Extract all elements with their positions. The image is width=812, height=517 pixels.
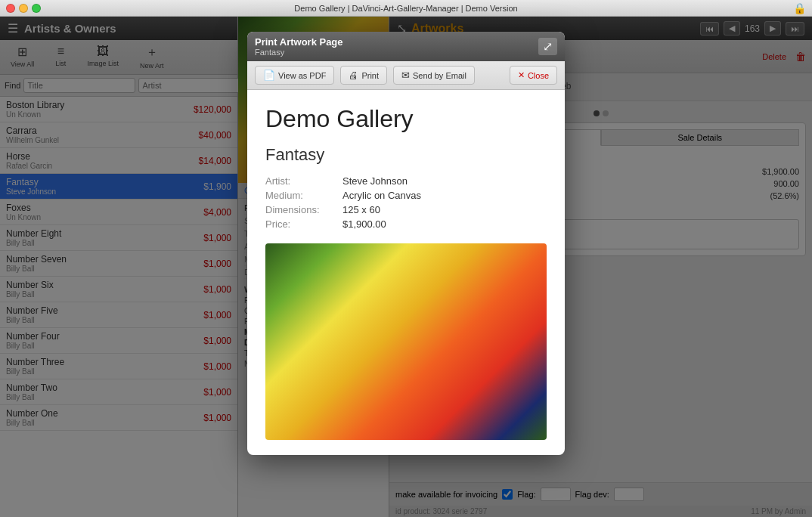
lock-icon: 🔒 [793,2,806,14]
modal-artwork-title: Fantasy [265,145,547,165]
print-button[interactable]: 🖨 Print [340,66,387,85]
modal-title-main: Print Artwork Page [255,36,343,48]
modal-medium-row: Medium: Acrylic on Canvas [265,188,547,203]
modal-price-label: Price: [265,218,333,230]
print-label: Print [361,71,379,80]
email-icon: ✉ [401,70,410,81]
modal-title-group: Print Artwork Page Fantasy [255,36,343,57]
modal-medium-label: Medium: [265,190,333,201]
modal-title-sub: Fantasy [255,48,343,57]
minimize-button[interactable] [19,4,28,13]
modal-price-row: Price: $1,900.00 [265,217,547,231]
modal-gallery-name: Demo Gallery [265,105,547,133]
send-email-button[interactable]: ✉ Send by Email [393,66,475,85]
modal-body: Demo Gallery Fantasy Artist: Steve Johns… [247,90,565,455]
close-button[interactable] [6,4,15,13]
modal-artwork-gradient [265,243,547,440]
titlebar: Demo Gallery | DaVinci-Art-Gallery-Manag… [0,0,812,17]
modal-details-table: Artist: Steve Johnson Medium: Acrylic on… [265,174,547,231]
modal-artist-value: Steve Johnson [342,175,408,187]
traffic-lights [6,4,41,13]
modal-dimensions-label: Dimensions: [265,204,333,215]
modal-dimensions-value: 125 x 60 [342,204,380,215]
modal-dimensions-row: Dimensions: 125 x 60 [265,203,547,217]
modal-medium-value: Acrylic on Canvas [342,190,421,201]
modal-artist-row: Artist: Steve Johnson [265,174,547,188]
modal-titlebar: Print Artwork Page Fantasy ⤢ [247,32,565,61]
fullscreen-button[interactable] [32,4,41,13]
print-icon: 🖨 [349,70,358,81]
modal-artwork-image [265,243,547,440]
view-pdf-label: View as PDF [278,71,326,80]
close-label: Close [528,71,549,80]
pdf-icon: 📄 [263,70,275,81]
close-x-icon: ✕ [518,70,525,80]
view-pdf-button[interactable]: 📄 View as PDF [255,66,334,85]
modal-overlay[interactable]: Print Artwork Page Fantasy ⤢ 📄 View as P… [0,17,812,517]
send-email-label: Send by Email [413,71,466,80]
modal-close-button[interactable]: ✕ Close [510,66,557,85]
modal-expand-button[interactable]: ⤢ [538,38,557,55]
modal-price-value: $1,900.00 [342,218,386,230]
modal-artist-label: Artist: [265,175,333,187]
window-title: Demo Gallery | DaVinci-Art-Gallery-Manag… [294,4,517,13]
print-artwork-modal: Print Artwork Page Fantasy ⤢ 📄 View as P… [247,32,565,455]
modal-toolbar: 📄 View as PDF 🖨 Print ✉ Send by Email ✕ … [247,61,565,90]
